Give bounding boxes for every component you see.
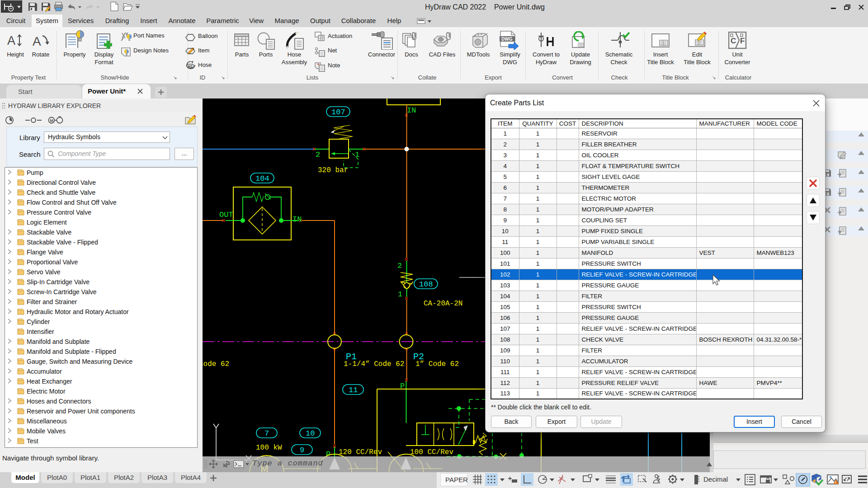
svg-text:OUT: OUT: [219, 211, 233, 219]
svg-text:Code 62: Code 62: [203, 360, 229, 368]
svg-text:C: C: [731, 37, 736, 45]
svg-text:2: 2: [316, 150, 320, 159]
svg-text:F: F: [740, 37, 745, 45]
svg-text:1: 1: [398, 290, 402, 299]
svg-text:100 CC/Rev: 100 CC/Rev: [410, 448, 453, 456]
svg-text:IN: IN: [292, 215, 302, 224]
svg-text:107: 107: [331, 108, 345, 117]
svg-text:Decimal: Decimal: [703, 475, 728, 483]
svg-text:104: 104: [255, 174, 269, 183]
svg-text:320 bar: 320 bar: [318, 166, 348, 174]
svg-text:1” Code 62: 1” Code 62: [415, 360, 459, 368]
svg-text:2: 2: [397, 262, 402, 270]
svg-text:108: 108: [419, 280, 433, 289]
svg-text:7: 7: [264, 429, 269, 438]
svg-text:A: A: [33, 34, 41, 48]
svg-text:IN: IN: [407, 106, 416, 115]
svg-text:1-1/4” Code 62: 1-1/4” Code 62: [344, 360, 404, 368]
svg-text:DWG: DWG: [501, 37, 513, 42]
svg-text:H1: H1: [188, 64, 193, 69]
svg-text:CA-20A-2N: CA-20A-2N: [424, 300, 462, 308]
svg-text:11: 11: [349, 386, 358, 394]
svg-text:120 CC/Rev: 120 CC/Rev: [339, 448, 382, 456]
svg-text:100 kW: 100 kW: [256, 444, 282, 452]
svg-text:!: !: [835, 480, 836, 484]
svg-text:1: 1: [355, 150, 359, 159]
svg-text:A: A: [7, 34, 15, 47]
svg-text:10: 10: [306, 429, 315, 438]
svg-text:M: M: [50, 118, 54, 123]
svg-text:9: 9: [300, 446, 304, 455]
